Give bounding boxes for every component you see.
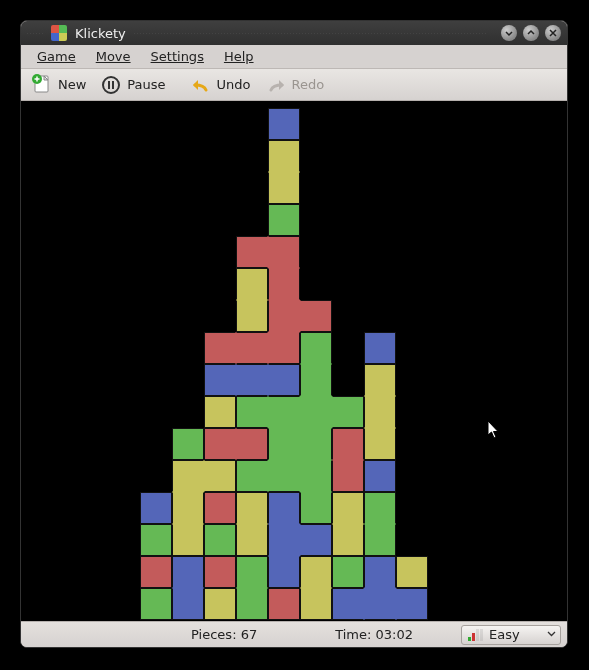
game-piece[interactable]: [236, 524, 268, 556]
game-piece[interactable]: [364, 524, 396, 556]
game-piece[interactable]: [268, 556, 300, 588]
game-piece[interactable]: [364, 460, 396, 492]
game-piece[interactable]: [332, 428, 364, 460]
game-board[interactable]: [140, 108, 460, 620]
game-piece[interactable]: [268, 268, 300, 300]
undo-button[interactable]: Undo: [186, 72, 259, 98]
game-piece[interactable]: [236, 428, 268, 460]
game-area[interactable]: [21, 101, 567, 621]
game-piece[interactable]: [204, 524, 236, 556]
pause-icon: [100, 74, 122, 96]
game-piece[interactable]: [332, 460, 364, 492]
game-piece[interactable]: [364, 332, 396, 364]
difficulty-label: Easy: [489, 627, 520, 642]
game-piece[interactable]: [300, 428, 332, 460]
maximize-button[interactable]: [523, 25, 539, 41]
menubar: Game Move Settings Help: [21, 45, 567, 69]
game-piece[interactable]: [268, 332, 300, 364]
game-piece[interactable]: [140, 492, 172, 524]
game-piece[interactable]: [172, 588, 204, 620]
game-piece[interactable]: [172, 556, 204, 588]
game-piece[interactable]: [172, 460, 204, 492]
game-piece[interactable]: [172, 428, 204, 460]
menu-settings[interactable]: Settings: [141, 46, 214, 67]
game-piece[interactable]: [268, 172, 300, 204]
undo-label: Undo: [217, 77, 251, 92]
game-piece[interactable]: [300, 492, 332, 524]
game-piece[interactable]: [300, 396, 332, 428]
close-button[interactable]: [545, 25, 561, 41]
game-piece[interactable]: [364, 364, 396, 396]
game-piece[interactable]: [140, 556, 172, 588]
game-piece[interactable]: [268, 588, 300, 620]
game-piece[interactable]: [300, 364, 332, 396]
game-piece[interactable]: [268, 460, 300, 492]
game-piece[interactable]: [364, 588, 396, 620]
game-piece[interactable]: [396, 556, 428, 588]
game-piece[interactable]: [364, 396, 396, 428]
game-piece[interactable]: [268, 428, 300, 460]
pause-button[interactable]: Pause: [96, 72, 173, 98]
game-piece[interactable]: [236, 268, 268, 300]
game-piece[interactable]: [300, 588, 332, 620]
game-piece[interactable]: [204, 556, 236, 588]
game-piece[interactable]: [268, 492, 300, 524]
game-piece[interactable]: [204, 588, 236, 620]
game-piece[interactable]: [236, 364, 268, 396]
app-icon: [51, 25, 67, 41]
game-piece[interactable]: [332, 588, 364, 620]
game-piece[interactable]: [140, 588, 172, 620]
game-piece[interactable]: [332, 492, 364, 524]
redo-button: Redo: [261, 72, 333, 98]
game-piece[interactable]: [204, 364, 236, 396]
game-piece[interactable]: [332, 556, 364, 588]
game-piece[interactable]: [204, 332, 236, 364]
game-piece[interactable]: [172, 492, 204, 524]
time-elapsed: Time: 03:02: [335, 627, 413, 642]
game-piece[interactable]: [140, 524, 172, 556]
game-piece[interactable]: [204, 428, 236, 460]
game-piece[interactable]: [300, 460, 332, 492]
redo-icon: [265, 74, 287, 96]
game-piece[interactable]: [268, 364, 300, 396]
game-piece[interactable]: [268, 204, 300, 236]
game-piece[interactable]: [268, 236, 300, 268]
difficulty-selector[interactable]: Easy: [461, 625, 561, 645]
new-label: New: [58, 77, 86, 92]
game-piece[interactable]: [364, 428, 396, 460]
game-piece[interactable]: [268, 140, 300, 172]
menu-game[interactable]: Game: [27, 46, 86, 67]
menu-help[interactable]: Help: [214, 46, 264, 67]
game-piece[interactable]: [236, 460, 268, 492]
game-piece[interactable]: [300, 556, 332, 588]
svg-rect-4: [112, 81, 114, 89]
game-piece[interactable]: [332, 396, 364, 428]
game-piece[interactable]: [236, 300, 268, 332]
game-piece[interactable]: [268, 300, 300, 332]
game-piece[interactable]: [268, 108, 300, 140]
toolbar: New Pause Undo: [21, 69, 567, 101]
new-button[interactable]: New: [27, 72, 94, 98]
titlebar[interactable]: Klickety: [21, 21, 567, 45]
game-piece[interactable]: [204, 396, 236, 428]
game-piece[interactable]: [268, 524, 300, 556]
game-piece[interactable]: [236, 492, 268, 524]
game-piece[interactable]: [204, 460, 236, 492]
game-piece[interactable]: [300, 300, 332, 332]
game-piece[interactable]: [204, 492, 236, 524]
minimize-button[interactable]: [501, 25, 517, 41]
game-piece[interactable]: [236, 556, 268, 588]
game-piece[interactable]: [268, 396, 300, 428]
menu-move[interactable]: Move: [86, 46, 141, 67]
game-piece[interactable]: [236, 332, 268, 364]
game-piece[interactable]: [172, 524, 204, 556]
game-piece[interactable]: [236, 236, 268, 268]
game-piece[interactable]: [364, 492, 396, 524]
game-piece[interactable]: [236, 396, 268, 428]
game-piece[interactable]: [236, 588, 268, 620]
game-piece[interactable]: [364, 556, 396, 588]
game-piece[interactable]: [300, 524, 332, 556]
game-piece[interactable]: [396, 588, 428, 620]
game-piece[interactable]: [332, 524, 364, 556]
game-piece[interactable]: [300, 332, 332, 364]
